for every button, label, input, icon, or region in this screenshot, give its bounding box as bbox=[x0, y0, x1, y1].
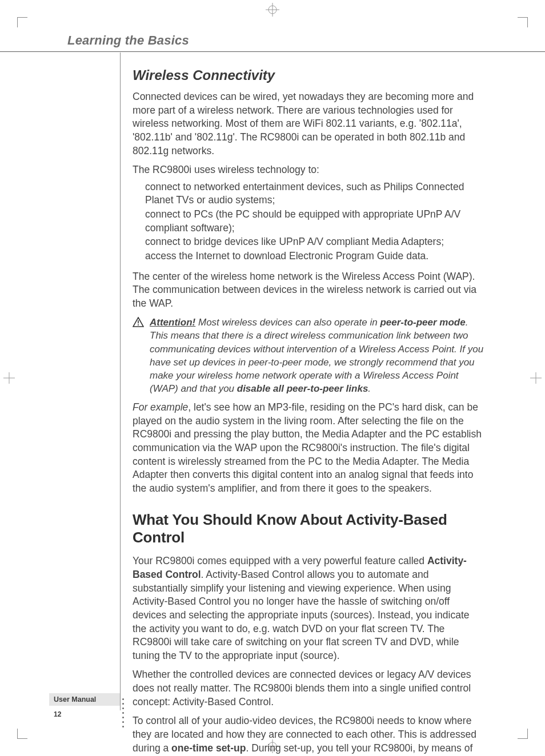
crop-mark bbox=[518, 729, 528, 739]
section-heading-wireless: Wireless Connectivity bbox=[133, 67, 486, 83]
page: Learning the Basics Wireless Connectivit… bbox=[0, 0, 545, 756]
paragraph: The RC9800i uses wireless technology to: bbox=[133, 163, 486, 177]
page-footer: User Manual 12 bbox=[49, 693, 120, 718]
paragraph: Your RC9800i comes equipped with a very … bbox=[133, 554, 486, 662]
body-content: Wireless Connectivity Connected devices … bbox=[133, 64, 486, 756]
notice-term: peer-to-peer mode bbox=[380, 317, 465, 328]
crop-mark bbox=[518, 17, 528, 27]
paragraph: Connected devices can be wired, yet nowa… bbox=[133, 90, 486, 158]
registration-mark-icon bbox=[3, 372, 15, 384]
page-header: Learning the Basics bbox=[67, 33, 494, 48]
attention-notice: Attention! Most wireless devices can als… bbox=[133, 316, 486, 395]
paragraph: For example, let's see how an MP3-file, … bbox=[133, 401, 486, 495]
svg-point-12 bbox=[138, 324, 139, 325]
page-number: 12 bbox=[49, 710, 120, 718]
decorative-dots bbox=[122, 698, 124, 727]
header-divider bbox=[0, 51, 545, 52]
paragraph: The center of the wireless home network … bbox=[133, 270, 486, 311]
notice-text: Attention! Most wireless devices can als… bbox=[150, 316, 486, 395]
list-item: access the Internet to download Electron… bbox=[145, 250, 486, 263]
paragraph: Whether the controlled devices are conne… bbox=[133, 668, 486, 709]
chapter-title: Learning the Basics bbox=[67, 33, 494, 48]
section-heading-activity: What You Should Know About Activity-Base… bbox=[133, 511, 486, 546]
warning-icon bbox=[133, 317, 144, 329]
vertical-divider bbox=[120, 53, 121, 710]
paragraph: To control all of your audio-video devic… bbox=[133, 714, 486, 756]
list-item: connect to PCs (the PC should be equippe… bbox=[145, 208, 486, 235]
emphasis: For example bbox=[133, 401, 188, 413]
term: one-time set-up bbox=[171, 742, 246, 754]
notice-label: Attention! bbox=[150, 317, 195, 328]
registration-mark-icon bbox=[530, 372, 542, 384]
registration-mark-icon bbox=[266, 3, 279, 17]
notice-term: disable all peer-to-peer links bbox=[237, 383, 368, 394]
footer-label: User Manual bbox=[49, 693, 120, 706]
list-item: connect to bridge devices like UPnP A/V … bbox=[145, 235, 486, 249]
crop-mark bbox=[17, 17, 27, 27]
crop-mark bbox=[17, 729, 27, 739]
list-item: connect to networked entertainment devic… bbox=[145, 180, 486, 207]
bullet-list: connect to networked entertainment devic… bbox=[133, 180, 486, 263]
